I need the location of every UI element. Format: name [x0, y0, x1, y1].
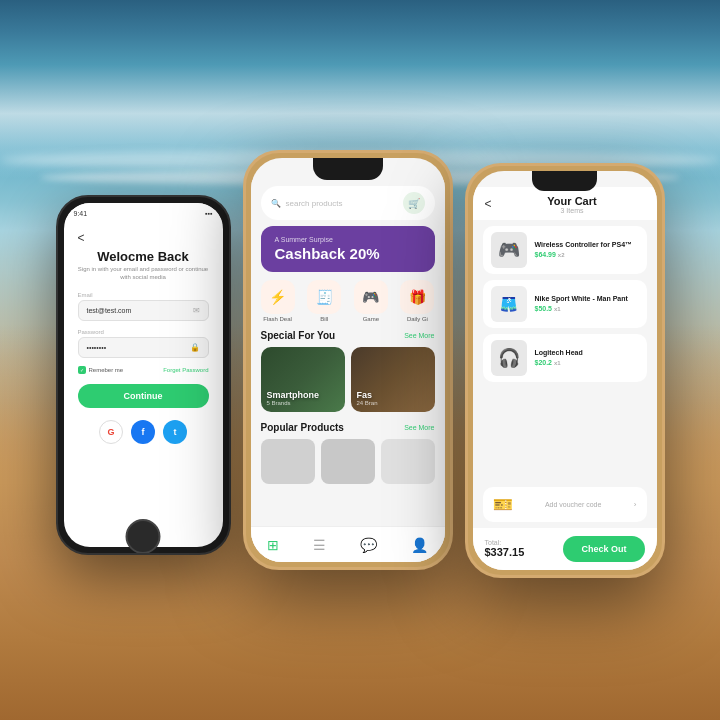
cart-count: 3 Items: [500, 207, 645, 214]
game-label: Game: [363, 316, 379, 322]
remember-checkbox[interactable]: ✓: [78, 366, 86, 374]
chat-nav-icon[interactable]: 💬: [360, 537, 377, 553]
item-1-image: 🎮: [491, 232, 527, 268]
item-2-info: Nike Sport White - Man Pant $50.5 x1: [535, 295, 639, 312]
facebook-login-button[interactable]: f: [131, 420, 155, 444]
flash-deal-icon: ⚡: [261, 280, 295, 314]
status-bar: 9:41 ▪▪▪: [64, 203, 223, 223]
gift-icon: 🎁: [400, 280, 434, 314]
continue-button[interactable]: Continue: [78, 384, 209, 408]
smartphone-title: Smartphone: [267, 390, 339, 400]
login-subtitle: Sign in with your email and password or …: [78, 266, 209, 282]
cart-title: Your Cart: [500, 195, 645, 207]
cart-items-list: 🎮 Wireless Controller for PS4™ $64.99 x2…: [473, 220, 657, 487]
total-amount: $337.15: [485, 546, 525, 558]
popular-item-1[interactable]: [261, 439, 315, 484]
checkout-button[interactable]: Check Out: [563, 536, 644, 562]
special-section-header: Special For You See More: [251, 330, 445, 341]
bill-label: Bill: [320, 316, 328, 322]
cart-footer: Total: $337.15 Check Out: [473, 528, 657, 570]
popular-see-more[interactable]: See More: [404, 424, 434, 431]
total-section: Total: $337.15: [485, 539, 525, 558]
popular-item-3[interactable]: [381, 439, 435, 484]
item-2-qty: x1: [554, 306, 561, 312]
item-3-qty: x1: [554, 360, 561, 366]
email-input[interactable]: test@test.com ✉: [78, 300, 209, 321]
voucher-row[interactable]: 🎫 Add voucher code ›: [483, 487, 647, 522]
password-label: Password: [78, 329, 209, 335]
remember-left: ✓ Remeber me: [78, 366, 124, 374]
bottom-navbar: ⊞ ☰ 💬 👤: [251, 526, 445, 562]
shop-screen: 🔍 search products 🛒 A Summer Surpise Cas…: [251, 158, 445, 562]
game-icon: 🎮: [354, 280, 388, 314]
category-game[interactable]: 🎮 Game: [354, 280, 388, 322]
cart-item-3: 🎧 Logitech Head $20.2 x1: [483, 334, 647, 382]
password-field: Password •••••••• 🔒: [78, 329, 209, 358]
back-button[interactable]: <: [78, 231, 85, 245]
item-1-info: Wireless Controller for PS4™ $64.99 x2: [535, 241, 639, 258]
voucher-arrow-icon: ›: [634, 500, 637, 509]
categories-row: ⚡ Flash Deal 🧾 Bill 🎮 Game 🎁 Daily Gi: [251, 280, 445, 322]
category-bill[interactable]: 🧾 Bill: [307, 280, 341, 322]
social-login-row: G f t: [99, 420, 187, 444]
bill-icon: 🧾: [307, 280, 341, 314]
item-1-price: $64.99 x2: [535, 251, 639, 258]
special-title: Special For You: [261, 330, 336, 341]
special-cards: Smartphone 5 Brands Fas 24 Bran: [251, 347, 445, 412]
login-content: < Welocme Back Sign in with your email a…: [64, 223, 223, 547]
cart-back-button[interactable]: <: [485, 197, 492, 211]
phones-container: 9:41 ▪▪▪ < Welocme Back Sign in with you…: [0, 0, 720, 720]
home-button[interactable]: [126, 519, 161, 554]
phone-shop: 🔍 search products 🛒 A Summer Surpise Cas…: [243, 150, 453, 570]
banner-title: Cashback 20%: [275, 245, 421, 262]
cart-item-2: 🩳 Nike Sport White - Man Pant $50.5 x1: [483, 280, 647, 328]
smartphone-card[interactable]: Smartphone 5 Brands: [261, 347, 345, 412]
check-mark: ✓: [80, 367, 84, 373]
search-left: 🔍 search products: [271, 199, 343, 208]
google-login-button[interactable]: G: [99, 420, 123, 444]
cart-screen: < Your Cart 3 Items 🎮 Wireless Controlle…: [473, 171, 657, 570]
search-placeholder: search products: [286, 199, 343, 208]
email-label: Email: [78, 292, 209, 298]
flash-deal-label: Flash Deal: [263, 316, 292, 322]
fashion-title: Fas: [357, 390, 429, 400]
popular-item-2[interactable]: [321, 439, 375, 484]
item-2-price: $50.5 x1: [535, 305, 639, 312]
item-3-name: Logitech Head: [535, 349, 639, 357]
category-flash-deal[interactable]: ⚡ Flash Deal: [261, 280, 295, 322]
cart-item-1: 🎮 Wireless Controller for PS4™ $64.99 x2: [483, 226, 647, 274]
fashion-card[interactable]: Fas 24 Bran: [351, 347, 435, 412]
daily-label: Daily Gi: [407, 316, 428, 322]
cart-icon[interactable]: 🛒: [403, 192, 425, 214]
popular-section-header: Popular Products See More: [251, 422, 445, 433]
email-icon: ✉: [193, 306, 200, 315]
cashback-banner[interactable]: A Summer Surpise Cashback 20%: [261, 226, 435, 272]
phone-login: 9:41 ▪▪▪ < Welocme Back Sign in with you…: [56, 195, 231, 555]
category-daily[interactable]: 🎁 Daily Gi: [400, 280, 434, 322]
login-screen: 9:41 ▪▪▪ < Welocme Back Sign in with you…: [64, 203, 223, 547]
popular-section: [251, 439, 445, 484]
twitter-login-button[interactable]: t: [163, 420, 187, 444]
home-nav-icon[interactable]: ⊞: [267, 537, 279, 553]
list-nav-icon[interactable]: ☰: [313, 537, 326, 553]
cart-header: < Your Cart 3 Items: [473, 187, 657, 220]
password-value: ••••••••: [87, 344, 107, 351]
item-1-name: Wireless Controller for PS4™: [535, 241, 639, 249]
forgot-password-link[interactable]: Forget Password: [163, 367, 208, 373]
smartphone-subtitle: 5 Brands: [267, 400, 339, 406]
voucher-text: Add voucher code: [545, 501, 601, 508]
login-title: Welocme Back: [97, 249, 189, 264]
phone-cart: < Your Cart 3 Items 🎮 Wireless Controlle…: [465, 163, 665, 578]
profile-nav-icon[interactable]: 👤: [411, 537, 428, 553]
search-bar[interactable]: 🔍 search products 🛒: [261, 186, 435, 220]
special-see-more[interactable]: See More: [404, 332, 434, 339]
cart-notch: [532, 171, 597, 191]
fashion-overlay: Fas 24 Bran: [351, 347, 435, 412]
notch: [313, 158, 383, 180]
fashion-subtitle: 24 Bran: [357, 400, 429, 406]
item-3-image: 🎧: [491, 340, 527, 376]
item-3-info: Logitech Head $20.2 x1: [535, 349, 639, 366]
password-input[interactable]: •••••••• 🔒: [78, 337, 209, 358]
banner-subtitle: A Summer Surpise: [275, 236, 421, 243]
shop-content: 🔍 search products 🛒 A Summer Surpise Cas…: [251, 180, 445, 562]
